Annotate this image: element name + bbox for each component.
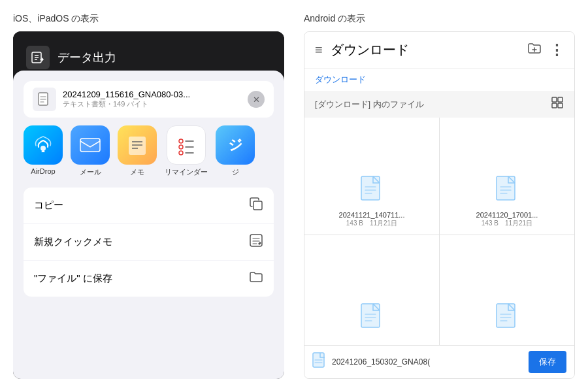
android-bottom-doc-icon	[312, 352, 327, 372]
android-filemeta-2: 143 B 11月21日	[482, 219, 532, 228]
android-file-cell-2[interactable]: 20241120_17001... 143 B 11月21日	[440, 118, 574, 235]
ios-apps-row: AirDrop メール	[24, 125, 274, 177]
airdrop-icon	[24, 125, 63, 165]
svg-point-13	[179, 145, 183, 149]
airdrop-label: AirDrop	[31, 167, 55, 175]
more-label: ジ	[232, 167, 239, 177]
android-more-icon[interactable]: ⋮	[549, 42, 564, 59]
export-label: データ出力	[57, 50, 116, 65]
svg-rect-8	[129, 137, 146, 155]
android-doc-icon-3	[360, 302, 384, 336]
svg-rect-24	[552, 103, 557, 108]
ios-panel: データ出力 20241209_115616_GNA080-03.	[13, 31, 284, 379]
quicknote-icon	[249, 233, 263, 251]
notes-icon	[118, 125, 157, 165]
android-file-cell-1[interactable]: 20241121_140711... 143 B 11月21日	[304, 118, 439, 235]
reminders-icon	[167, 125, 206, 165]
ios-close-button[interactable]: ✕	[248, 91, 265, 108]
android-filename-1: 20241121_140711...	[310, 211, 434, 219]
ios-app-more[interactable]: ジ ジ	[216, 125, 255, 177]
android-add-folder-icon[interactable]	[527, 41, 542, 59]
android-subheader-label: [ダウンロード] 内のファイル	[315, 99, 424, 110]
mail-label: メール	[80, 167, 101, 177]
ios-app-reminders[interactable]: リマインダー	[165, 125, 208, 177]
android-save-button[interactable]: 保存	[529, 351, 566, 373]
svg-rect-19	[250, 235, 262, 246]
ios-app-notes[interactable]: メモ	[118, 125, 157, 177]
copy-icon	[249, 197, 263, 214]
android-bottom-bar: 20241206_150302_GNA08( 保存	[304, 345, 574, 378]
android-toolbar-actions: ⋮	[527, 41, 564, 59]
android-filename-2: 20241120_17001...	[445, 211, 569, 219]
ios-section: iOS、iPadOS の表示 データ出力	[13, 13, 284, 379]
android-toolbar-title: ダウンロード	[331, 41, 519, 59]
android-file-cell-4[interactable]	[440, 235, 574, 345]
ios-file-info: 20241209_115616_GNA080-03... テキスト書類・149 …	[63, 90, 190, 109]
folder-icon	[249, 270, 263, 287]
more-app-icon: ジ	[216, 125, 255, 165]
android-grid-view-icon[interactable]	[551, 96, 564, 112]
android-section: Android の表示 ≡ ダウンロード ⋮	[304, 13, 575, 379]
android-section-title: Android の表示	[304, 13, 575, 25]
android-menu-icon[interactable]: ≡	[315, 42, 323, 57]
quicknote-label: 新規クイックメモ	[34, 236, 112, 248]
android-doc-icon-4	[495, 302, 519, 336]
android-bottom-filename: 20241206_150302_GNA08(	[332, 357, 523, 367]
android-panel: ≡ ダウンロード ⋮ ダウンロード [ダウンロード]	[304, 31, 575, 379]
svg-point-14	[179, 151, 183, 155]
svg-rect-6	[80, 139, 100, 152]
svg-rect-18	[253, 201, 262, 210]
svg-point-12	[179, 139, 183, 143]
android-filemeta-1: 143 B 11月21日	[346, 219, 397, 228]
ios-action-rows: コピー 新規クイックメモ	[24, 188, 274, 297]
notes-label: メモ	[130, 167, 144, 177]
ios-action-copy[interactable]: コピー	[24, 188, 274, 224]
svg-rect-22	[552, 97, 557, 102]
ios-file-row: 20241209_115616_GNA080-03... テキスト書類・149 …	[24, 81, 274, 118]
svg-rect-25	[558, 103, 563, 108]
svg-rect-23	[558, 97, 563, 102]
android-doc-icon-1	[360, 175, 384, 208]
savefiles-label: "ファイル" に保存	[34, 272, 112, 285]
android-subheader: [ダウンロード] 内のファイル	[304, 91, 574, 118]
ios-app-airdrop[interactable]: AirDrop	[24, 125, 63, 177]
android-doc-icon-2	[495, 175, 519, 208]
android-file-grid: 20241121_140711... 143 B 11月21日	[304, 118, 574, 345]
reminders-label: リマインダー	[165, 167, 208, 177]
export-icon	[26, 46, 50, 69]
android-file-cell-3[interactable]	[304, 235, 439, 345]
ios-action-quicknote[interactable]: 新規クイックメモ	[24, 224, 274, 261]
ios-action-savefiles[interactable]: "ファイル" に保存	[24, 261, 274, 297]
ios-file-meta: テキスト書類・149 バイト	[63, 99, 190, 109]
ios-section-title: iOS、iPadOS の表示	[13, 13, 284, 25]
ios-app-mail[interactable]: メール	[71, 125, 110, 177]
ios-file-name: 20241209_115616_GNA080-03...	[63, 90, 190, 99]
mail-icon	[71, 125, 110, 165]
android-breadcrumb[interactable]: ダウンロード	[304, 69, 574, 91]
copy-label: コピー	[34, 199, 63, 212]
android-toolbar: ≡ ダウンロード ⋮	[304, 32, 574, 69]
ios-sheet: 20241209_115616_GNA080-03... テキスト書類・149 …	[13, 71, 284, 379]
